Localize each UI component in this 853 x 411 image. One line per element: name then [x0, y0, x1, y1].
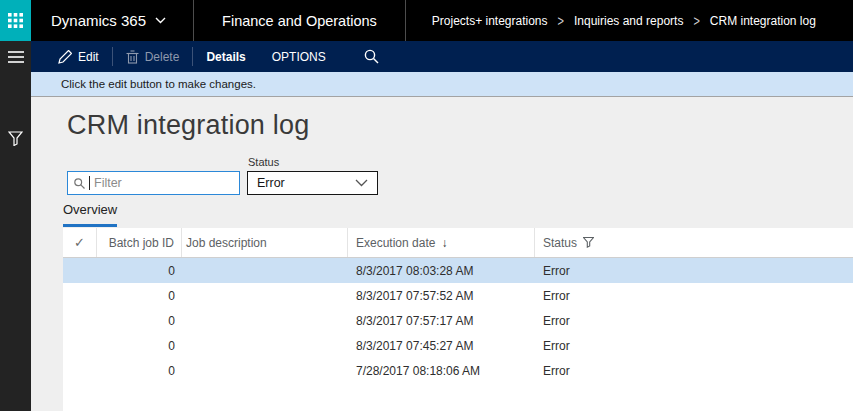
text-cursor — [89, 176, 90, 190]
details-label: Details — [206, 50, 245, 64]
breadcrumb-separator-icon: > — [558, 13, 564, 29]
execution-date-cell: 8/3/2017 07:57:52 AM — [348, 289, 535, 303]
status-cell: Error — [535, 264, 853, 278]
funnel-icon — [8, 131, 23, 146]
pencil-icon — [58, 50, 72, 64]
search-icon — [364, 49, 379, 64]
grid-header-row: ✓ Batch job ID Job description Execution… — [63, 228, 853, 258]
column-header-status[interactable]: Status — [535, 228, 853, 257]
breadcrumb-item-module[interactable]: Projects+ integrations — [432, 14, 548, 28]
table-row[interactable]: 0 8/3/2017 07:45:27 AM Error — [63, 333, 853, 358]
details-button[interactable]: Details — [193, 41, 258, 72]
column-header-job-description[interactable]: Job description — [182, 228, 348, 257]
column-header-batch-job-id[interactable]: Batch job ID — [97, 228, 182, 257]
breadcrumb: Projects+ integrations > Inquiries and r… — [406, 14, 816, 28]
table-row[interactable]: 0 8/3/2017 07:57:17 AM Error — [63, 308, 853, 333]
status-cell: Error — [535, 289, 853, 303]
delete-label: Delete — [145, 50, 180, 64]
hamburger-icon — [8, 51, 24, 63]
batch-job-id-cell: 0 — [97, 314, 182, 328]
product-menu[interactable]: Dynamics 365 — [31, 12, 193, 29]
check-icon: ✓ — [74, 235, 85, 250]
sort-descending-icon: ↓ — [441, 236, 447, 250]
toolbar-search-button[interactable] — [351, 41, 392, 72]
page-title: CRM integration log — [67, 110, 309, 141]
delete-button[interactable]: Delete — [113, 41, 193, 72]
status-column-label: Status — [543, 236, 577, 250]
product-name: Dynamics 365 — [51, 12, 146, 29]
execution-date-label: Execution date — [356, 236, 435, 250]
batch-job-id-cell: 0 — [97, 339, 182, 353]
notification-bar: Click the edit button to make changes. — [31, 72, 853, 97]
status-field-label: Status — [248, 156, 279, 168]
hamburger-menu-button[interactable] — [0, 41, 31, 72]
quick-filter-container — [67, 171, 240, 195]
tab-overview[interactable]: Overview — [63, 202, 117, 227]
app-launcher-button[interactable] — [0, 0, 31, 41]
breadcrumb-item-page[interactable]: CRM integration log — [710, 14, 816, 28]
breadcrumb-separator-icon: > — [693, 13, 699, 29]
status-cell: Error — [535, 339, 853, 353]
table-body: 0 8/3/2017 08:03:28 AM Error 0 8/3/2017 … — [63, 258, 853, 383]
table-row[interactable]: 0 8/3/2017 07:57:52 AM Error — [63, 283, 853, 308]
page-content: CRM integration log Status Error Overvie… — [31, 97, 853, 411]
left-sidebar — [0, 41, 31, 411]
batch-job-id-cell: 0 — [97, 289, 182, 303]
edit-label: Edit — [78, 50, 99, 64]
execution-date-cell: 8/3/2017 08:03:28 AM — [348, 264, 535, 278]
column-header-execution-date[interactable]: Execution date ↓ — [348, 228, 535, 257]
status-dropdown[interactable]: Error — [247, 171, 378, 195]
filter-funnel-icon — [583, 237, 594, 248]
execution-date-cell: 8/3/2017 07:57:17 AM — [348, 314, 535, 328]
edit-button[interactable]: Edit — [45, 41, 112, 72]
filter-input[interactable] — [94, 176, 233, 190]
status-dropdown-value: Error — [257, 176, 285, 190]
action-toolbar: Edit Delete Details OPTIONS — [31, 41, 853, 72]
search-icon — [74, 178, 85, 189]
trash-icon — [126, 50, 139, 64]
chevron-down-icon — [155, 17, 166, 24]
suite-name[interactable]: Finance and Operations — [194, 13, 405, 29]
execution-date-cell: 7/28/2017 08:18:06 AM — [348, 364, 535, 378]
table-row[interactable]: 0 8/3/2017 08:03:28 AM Error — [63, 258, 853, 283]
options-label: OPTIONS — [272, 50, 326, 64]
status-cell: Error — [535, 364, 853, 378]
options-menu-button[interactable]: OPTIONS — [259, 41, 339, 72]
batch-job-id-cell: 0 — [97, 264, 182, 278]
execution-date-cell: 8/3/2017 07:45:27 AM — [348, 339, 535, 353]
top-navbar: Dynamics 365 Finance and Operations Proj… — [0, 0, 853, 41]
batch-job-id-cell: 0 — [97, 364, 182, 378]
notification-message: Click the edit button to make changes. — [61, 78, 256, 90]
waffle-icon — [8, 13, 23, 28]
log-grid: ✓ Batch job ID Job description Execution… — [63, 228, 853, 411]
select-all-column-header[interactable]: ✓ — [63, 228, 97, 257]
breadcrumb-item-section[interactable]: Inquiries and reports — [574, 14, 683, 28]
chevron-down-icon — [355, 179, 368, 187]
table-row[interactable]: 0 7/28/2017 08:18:06 AM Error — [63, 358, 853, 383]
sidebar-filter-button[interactable] — [0, 123, 31, 154]
status-cell: Error — [535, 314, 853, 328]
